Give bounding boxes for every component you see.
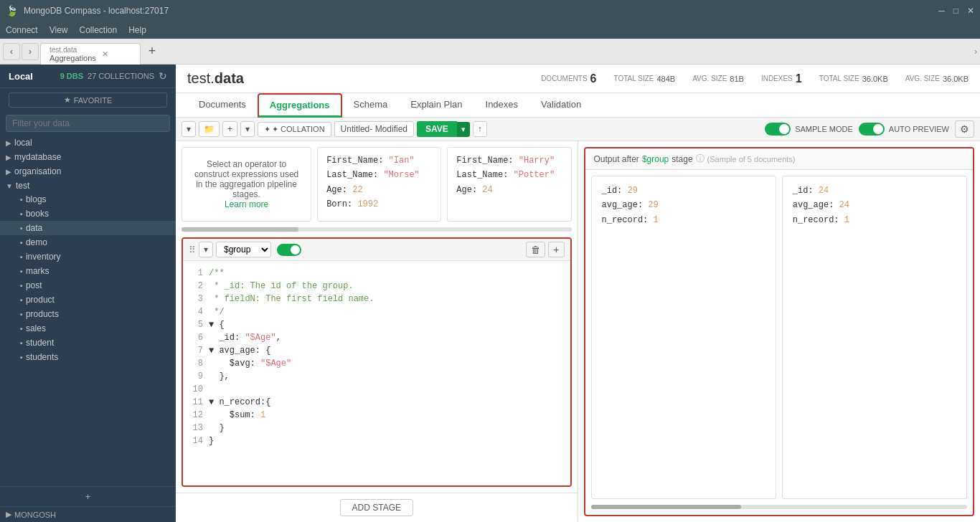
output-operator-link[interactable]: $group (642, 154, 669, 164)
sidebar-collection-blogs[interactable]: ▪ blogs (0, 192, 176, 207)
tab-indexes[interactable]: Indexes (474, 93, 530, 118)
sidebar-collection-demo[interactable]: ▪ demo (0, 235, 176, 250)
sidebar-dbs-count: 9 DBS (60, 72, 83, 80)
sidebar-collection-products[interactable]: ▪ products (0, 307, 176, 321)
tab-validation[interactable]: Validation (529, 93, 593, 118)
sidebar-collection-sales[interactable]: ▪ sales (0, 321, 176, 336)
save-dropdown-button[interactable]: ▾ (457, 122, 470, 137)
sidebar-favorite-button[interactable]: ★ FAVORITE (9, 92, 167, 108)
sidebar-collection-data[interactable]: ▪ data ••• (0, 221, 176, 235)
add-stage-button[interactable]: ADD STAGE (340, 499, 413, 516)
pre-doc-1-born: Born: 1992 (326, 197, 432, 212)
pre-doc-2-lastname: Last_Name: "Potter" (456, 168, 562, 182)
maximize-button[interactable]: □ (953, 6, 958, 16)
tab-nav-prev[interactable]: ‹ (3, 43, 20, 60)
open-folder-button[interactable]: 📁 (199, 121, 220, 137)
sidebar-item-local[interactable]: ▶ local (0, 135, 176, 149)
app: ‹ › test.data Aggregations ✕ + › Local 9… (0, 39, 980, 522)
topbar: test.data DOCUMENTS 6 TOTAL SIZE 484B AV… (176, 65, 980, 93)
idx-total-size-label: TOTAL SIZE (819, 75, 859, 82)
sample-mode-toggle-group: SAMPLE MODE (765, 123, 853, 136)
sidebar-location: Local (9, 71, 33, 82)
tab-schema[interactable]: Schema (342, 93, 400, 118)
menu-view[interactable]: View (50, 25, 68, 35)
titlebar-left: 🍃 MongoDB Compass - localhost:27017 (6, 5, 169, 16)
idx-avg-size-stat: AVG. SIZE 36.0KB (905, 75, 969, 83)
documents-label: DOCUMENTS (541, 75, 587, 82)
sidebar-collection-students[interactable]: ▪ students (0, 350, 176, 364)
sidebar-collection-product[interactable]: ▪ product (0, 293, 176, 307)
more-button[interactable]: ▾ (240, 121, 255, 137)
auto-preview-toggle[interactable] (859, 123, 885, 136)
output-scrollbar[interactable] (591, 505, 968, 509)
sidebar-search-input[interactable] (6, 115, 170, 132)
stage-enabled-toggle[interactable] (277, 244, 301, 256)
tab-add-button[interactable]: + (143, 43, 161, 60)
code-line-10: 10 (189, 383, 565, 396)
close-button[interactable]: ✕ (967, 6, 974, 16)
code-line-8: 8 $avg: "$Age" (189, 357, 565, 370)
output-sample-info: (Sample of 5 documents) (707, 155, 796, 163)
pipeline-name: Untitled- Modified (334, 121, 414, 137)
pre-stage: Select an operator to construct expressi… (176, 141, 578, 227)
collection-icon: ▪ (20, 195, 23, 204)
sidebar-collection-student[interactable]: ▪ student (0, 336, 176, 350)
pipeline-left: Select an operator to construct expressi… (176, 141, 578, 522)
sidebar-collection-inventory[interactable]: ▪ inventory (0, 250, 176, 264)
chevron-down-icon: ▾ (245, 124, 250, 134)
minimize-button[interactable]: ─ (938, 6, 945, 16)
code-line-4: 4 */ (189, 305, 565, 318)
indexes-count: 1 (796, 72, 802, 85)
tab-aggregations[interactable]: Aggregations (258, 93, 342, 118)
settings-button[interactable]: ⚙ (955, 120, 974, 138)
sidebar-item-test[interactable]: ▼ test (0, 178, 176, 192)
tab-arrow-right[interactable]: › (974, 47, 977, 57)
menubar: Connect View Collection Help (0, 22, 980, 39)
menu-collection[interactable]: Collection (80, 25, 118, 35)
sidebar-collection-marks[interactable]: ▪ marks (0, 264, 176, 278)
tabbar: ‹ › test.data Aggregations ✕ + › (0, 39, 980, 65)
stage-collapse-button[interactable]: ▾ (199, 242, 213, 257)
sidebar-item-organisation[interactable]: ▶ organisation (0, 163, 176, 178)
sidebar-add-button[interactable]: + (0, 486, 176, 506)
pre-stage-scrollbar[interactable] (182, 227, 572, 232)
stage-delete-button[interactable]: 🗑 (526, 242, 545, 257)
pre-doc-2: First_Name: "Harry" Last_Name: "Potter" … (447, 147, 571, 222)
db-name-test: test (16, 181, 29, 191)
stats-bar: DOCUMENTS 6 TOTAL SIZE 484B AVG. SIZE 81… (541, 72, 969, 85)
code-editor[interactable]: 1 /** 2 * _id: The id of the group. 3 * … (183, 261, 570, 485)
save-button[interactable]: SAVE (417, 121, 457, 137)
code-line-3: 3 * fieldN: The first field name. (189, 293, 565, 305)
sidebar-collection-post[interactable]: ▪ post (0, 278, 176, 293)
drag-handle-icon[interactable]: ⠿ (189, 245, 196, 255)
menu-help[interactable]: Help (128, 25, 146, 35)
sidebar-refresh-icon[interactable]: ↻ (159, 70, 167, 82)
sample-mode-toggle[interactable] (765, 123, 791, 136)
menu-connect[interactable]: Connect (6, 25, 38, 35)
stage-header-right: 🗑 + (526, 242, 564, 257)
avg-size-value: 81B (730, 75, 744, 83)
sidebar: Local 9 DBS 27 COLLECTIONS ↻ ★ FAVORITE … (0, 65, 176, 522)
tab-aggregations[interactable]: test.data Aggregations ✕ (40, 43, 141, 65)
toggle-knob (873, 124, 883, 134)
content: Local 9 DBS 27 COLLECTIONS ↻ ★ FAVORITE … (0, 65, 980, 522)
auto-preview-label: AUTO PREVIEW (889, 125, 949, 133)
sidebar-mongosh[interactable]: ▶ MONGOSH (0, 506, 176, 522)
collapse-button[interactable]: ▾ (182, 121, 196, 137)
tab-nav-next[interactable]: › (22, 43, 39, 60)
pipeline-right: Output after $group stage ⓘ (Sample of 5… (578, 141, 981, 522)
stage-operator-select[interactable]: $group $match $project $sort $limit (216, 242, 271, 257)
indexes-label: INDEXES (761, 75, 793, 82)
collection-title: test.data (187, 70, 244, 87)
export-button[interactable]: ↑ (473, 121, 487, 137)
learn-more-link[interactable]: Learn more (225, 199, 268, 209)
tab-explain-plan[interactable]: Explain Plan (399, 93, 473, 118)
tab-documents[interactable]: Documents (187, 93, 258, 118)
sidebar-collection-books[interactable]: ▪ books (0, 207, 176, 221)
stage-add-button[interactable]: + (548, 242, 564, 257)
add-button[interactable]: + (222, 121, 237, 137)
collation-badge[interactable]: ✦ ✦ COLLATION (258, 122, 331, 137)
sidebar-item-mydatabase[interactable]: ▶ mydatabase (0, 149, 176, 163)
tab-close-icon[interactable]: ✕ (102, 49, 108, 59)
avg-size-label: AVG. SIZE (692, 75, 727, 82)
